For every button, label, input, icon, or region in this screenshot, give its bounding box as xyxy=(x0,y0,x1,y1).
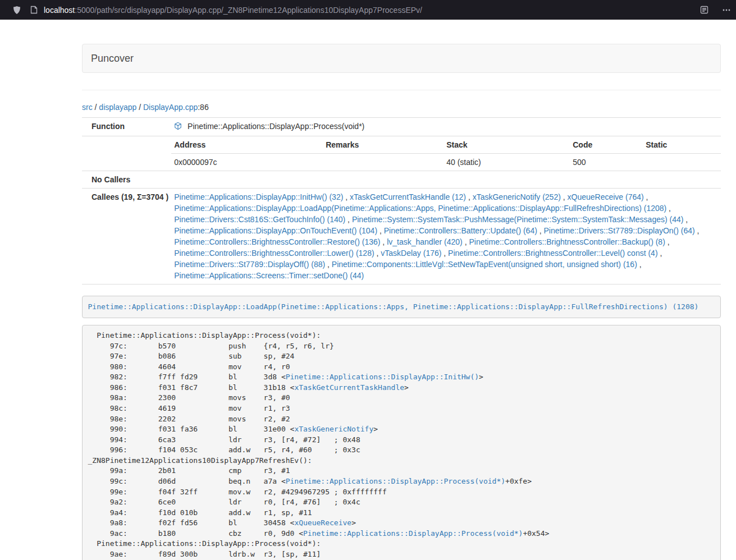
callee-link[interactable]: xTaskGetCurrentTaskHandle (12) xyxy=(350,192,466,201)
url-field[interactable]: localhost:5000/path/src/displayapp/Displ… xyxy=(44,6,700,15)
details-table: Address Remarks Stack Code Static 0x0000… xyxy=(171,136,721,171)
cell-static xyxy=(643,154,721,171)
page-container: Puncover src / displayapp / DisplayApp.c… xyxy=(82,20,721,560)
brand[interactable]: Puncover xyxy=(91,53,134,65)
no-callers-label: No Callers xyxy=(82,171,171,189)
cube-icon xyxy=(174,122,182,133)
callees-row: Callees (19, Σ=3704 ) Pinetime::Applicat… xyxy=(82,189,721,284)
callee-link[interactable]: Pinetime::Applications::DisplayApp::OnTo… xyxy=(174,226,377,235)
function-row: Function Pinetime::Applications::Display… xyxy=(82,118,721,136)
details-row-spacer xyxy=(82,136,171,171)
callee-link[interactable]: vTaskDelay (176) xyxy=(381,249,441,258)
breadcrumb-link[interactable]: displayapp xyxy=(99,103,136,112)
divider xyxy=(82,90,721,90)
browser-bar: localhost:5000/path/src/displayapp/Displ… xyxy=(0,0,736,20)
url-domain: localhost xyxy=(44,6,75,15)
col-header-stack: Stack xyxy=(444,136,570,154)
callee-link[interactable]: Pinetime::Controllers::BrightnessControl… xyxy=(174,237,380,246)
function-label: Function xyxy=(82,118,171,136)
callee-link[interactable]: Pinetime::Drivers::St7789::DisplayOff() … xyxy=(174,260,325,269)
col-header-remarks: Remarks xyxy=(323,136,444,154)
asm-symbol-link[interactable]: Pinetime::Applications::DisplayApp::Proc… xyxy=(286,477,505,485)
callee-link[interactable]: Pinetime::System::SystemTask::PushMessag… xyxy=(352,215,684,224)
asm-symbol-link[interactable]: xQueueReceive xyxy=(294,518,351,527)
callee-link[interactable]: xTaskGenericNotify (252) xyxy=(473,192,561,201)
breadcrumb-link[interactable]: src xyxy=(82,103,93,112)
callee-link[interactable]: xQueueReceive (764) xyxy=(568,192,644,201)
cell-code: 500 xyxy=(570,154,643,171)
navbar: Puncover xyxy=(82,44,721,73)
asm-symbol-link[interactable]: Pinetime::Applications::DisplayApp::Init… xyxy=(286,373,479,381)
no-callers-row: No Callers xyxy=(82,171,721,189)
col-header-code: Code xyxy=(570,136,643,154)
breadcrumb: src / displayapp / DisplayApp.cpp:86 xyxy=(82,102,721,113)
assembly-listing: Pinetime::Applications::DisplayApp::Proc… xyxy=(82,325,721,560)
highlighted-symbol: Pinetime::Applications::DisplayApp::Load… xyxy=(82,296,721,318)
callees-list: Pinetime::Applications::DisplayApp::Init… xyxy=(171,189,721,284)
callee-link[interactable]: Pinetime::Applications::DisplayApp::Load… xyxy=(174,204,666,213)
cell-stack: 40 (static) xyxy=(444,154,570,171)
details-header-row: Address Remarks Stack Code Static xyxy=(171,136,721,154)
no-callers-cell xyxy=(171,171,721,189)
highlighted-symbol-link[interactable]: Pinetime::Applications::DisplayApp::Load… xyxy=(88,302,699,311)
col-header-address: Address xyxy=(171,136,323,154)
asm-symbol-link[interactable]: Pinetime::Applications::DisplayApp::Proc… xyxy=(303,529,523,538)
cell-address: 0x0000097c xyxy=(171,154,323,171)
callees-label: Callees (19, Σ=3704 ) xyxy=(82,189,171,284)
callee-link[interactable]: Pinetime::Controllers::BrightnessControl… xyxy=(174,249,374,258)
asm-symbol-link[interactable]: xTaskGetCurrentTaskHandle xyxy=(294,383,404,392)
breadcrumb-link[interactable]: DisplayApp.cpp xyxy=(143,103,198,112)
callee-link[interactable]: Pinetime::Drivers::Cst816S::GetTouchInfo… xyxy=(174,215,345,224)
callee-link[interactable]: Pinetime::Controllers::BrightnessControl… xyxy=(448,249,657,258)
reader-view-icon[interactable] xyxy=(700,6,708,14)
callee-link[interactable]: Pinetime::Drivers::St7789::DisplayOn() (… xyxy=(544,226,695,235)
asm-symbol-link[interactable]: xTaskGenericNotify xyxy=(294,425,373,433)
url-path: :5000/path/src/displayapp/DisplayApp.cpp… xyxy=(75,6,422,15)
details-row-wrapper: Address Remarks Stack Code Static 0x0000… xyxy=(82,136,721,171)
details-row: 0x0000097c 40 (static) 500 xyxy=(171,154,721,171)
callee-link[interactable]: Pinetime::Controllers::BrightnessControl… xyxy=(469,237,665,246)
function-table: Function Pinetime::Applications::Display… xyxy=(82,117,721,284)
callee-link[interactable]: Pinetime::Applications::DisplayApp::Init… xyxy=(174,192,343,201)
callee-link[interactable]: Pinetime::Controllers::Battery::Update()… xyxy=(384,226,537,235)
callee-link[interactable]: Pinetime::Applications::Screens::Timer::… xyxy=(174,271,364,280)
function-name-cell: Pinetime::Applications::DisplayApp::Proc… xyxy=(171,118,721,136)
col-header-static: Static xyxy=(643,136,721,154)
page-icon[interactable] xyxy=(30,6,38,14)
breadcrumb-line-number: :86 xyxy=(198,103,208,112)
cell-remarks xyxy=(323,154,444,171)
shield-icon[interactable] xyxy=(12,6,21,15)
callee-link[interactable]: lv_task_handler (420) xyxy=(387,237,463,246)
callee-link[interactable]: Pinetime::Components::LittleVgl::SetNewT… xyxy=(332,260,637,269)
function-name: Pinetime::Applications::DisplayApp::Proc… xyxy=(188,122,364,131)
menu-dots-icon[interactable] xyxy=(722,6,731,15)
